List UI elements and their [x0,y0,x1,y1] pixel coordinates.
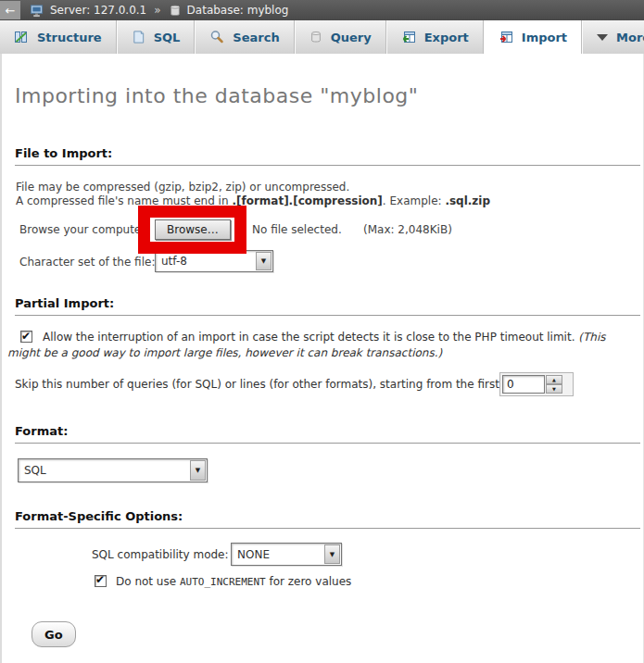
select-arrow-icon[interactable]: ▼ [324,544,340,564]
select-arrow-icon[interactable]: ▼ [256,252,271,270]
breadcrumb-bar: ← Server: 127.0.0.1 » Database: myblog [0,0,644,20]
sql-compat-select-value: NONE [232,548,323,561]
query-icon [309,30,322,44]
go-button[interactable]: Go [32,621,76,647]
tab-label: Structure [37,31,102,44]
format-select[interactable]: SQL ▼ [18,458,208,482]
breadcrumb-database[interactable]: Database: myblog [187,4,289,17]
sql-compat-label: SQL compatibility mode: [92,548,229,561]
allow-interrupt-text: Allow the interruption of an import in c… [43,331,578,344]
skip-queries-input[interactable] [502,375,545,394]
tab-label: More [616,31,644,44]
import-page: Importing into the database "myblog" Fil… [0,54,644,663]
page-title: Importing into the database "myblog" [15,84,418,107]
zero-values-row: ✔Do not use AUTO_INCREMENT for zero valu… [95,575,351,588]
example-extension: .sql.zip [445,194,490,207]
spin-up-icon[interactable]: ▲ [546,375,562,384]
tab-export[interactable]: Export [386,20,484,54]
charset-label: Character set of the file: [19,256,155,269]
browse-button[interactable]: Browse… [155,219,231,240]
sql-compat-select[interactable]: NONE ▼ [231,543,342,566]
section-heading-format-specific: Format-Specific Options: [15,509,640,529]
tab-sql[interactable]: SQL [117,20,196,54]
charset-select-value: utf-8 [156,255,255,268]
tab-label: Search [233,31,279,44]
compression-info-line2: A compressed file's name must end in .[f… [16,194,490,207]
breadcrumb-server[interactable]: Server: 127.0.0.1 [50,4,146,17]
charset-select[interactable]: utf-8 ▼ [155,250,273,272]
zero-values-checkbox[interactable]: ✔ [95,575,107,587]
spin-down-icon[interactable]: ▼ [546,384,562,394]
max-size-text: (Max: 2,048KiB) [363,223,452,236]
tab-query[interactable]: Query [295,20,386,54]
database-icon [169,4,182,18]
server-icon [30,4,44,18]
breadcrumb: Server: 127.0.0.1 » Database: myblog [30,4,288,18]
section-heading-format: Format: [15,424,640,444]
check-icon: ✔ [95,573,105,586]
structure-icon [14,30,29,44]
tab-label: Import [522,31,567,44]
import-icon [499,30,513,44]
tab-label: Export [424,31,469,44]
chevron-down-icon [597,34,608,41]
auto-increment-keyword: AUTO_INCREMENT [180,576,266,588]
select-arrow-icon[interactable]: ▼ [190,460,206,481]
tab-import[interactable]: Import [484,20,582,54]
back-button[interactable]: ← [0,1,20,19]
search-icon [209,30,224,44]
spin-buttons: ▲ ▼ [546,375,562,394]
browse-label: Browse your computer: [19,223,149,236]
format-compression-pattern: .[format].[compression] [232,194,382,207]
back-arrow-icon: ← [6,4,16,18]
zero-values-text-pre: Do not use [116,575,180,588]
sql-icon [132,30,145,44]
compression-info-line1: File may be compressed (gzip, bzip2, zip… [16,181,349,194]
section-heading-file-to-import: File to Import: [15,146,640,166]
allow-interrupt-checkbox[interactable]: ✔ [20,331,32,343]
skip-queries-label: Skip this number of queries (for SQL) or… [15,378,527,391]
tab-bar: Structure SQL Search Query Export [0,20,644,54]
breadcrumb-separator: » [154,4,160,17]
export-icon [401,30,416,44]
tab-label: SQL [154,31,181,44]
check-icon: ✔ [21,329,31,344]
format-select-value: SQL [19,464,189,477]
allow-interrupt-paragraph: ✔Allow the interruption of an import in … [7,330,639,361]
section-heading-partial-import: Partial Import: [15,296,640,316]
zero-values-text-post: for zero values [266,575,352,588]
tab-search[interactable]: Search [195,20,294,54]
no-file-selected-text: No file selected. [252,223,342,236]
tab-label: Query [331,31,372,44]
tab-more[interactable]: More [582,20,644,54]
tab-structure[interactable]: Structure [0,20,117,54]
skip-queries-spinner: ▲ ▼ [499,372,574,396]
